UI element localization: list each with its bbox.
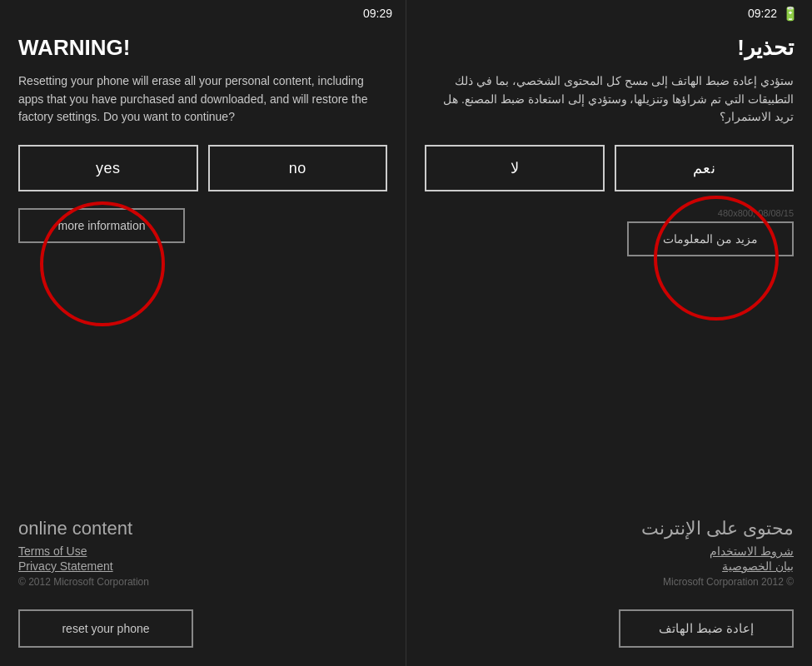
reset-button-left[interactable]: reset your phone [18, 609, 193, 648]
online-section-left: online content Terms of Use Privacy Stat… [0, 518, 406, 596]
panel-left: 09:29 WARNING! Resetting your phone will… [0, 0, 406, 666]
content-area-right: تحذير! ستؤدي إعادة ضبط الهاتف إلى مسح كل… [406, 27, 812, 518]
no-button-right[interactable]: لا [425, 145, 605, 191]
privacy-link-right[interactable]: بيان الخصوصية [425, 559, 794, 573]
content-area-left: WARNING! Resetting your phone will erase… [0, 27, 406, 518]
status-bar-right: 09:22 🔋 [406, 0, 812, 27]
yes-button-left[interactable]: yes [18, 145, 198, 191]
copyright-right: © 2012 Microsoft Corporation [425, 576, 794, 588]
terms-link-right[interactable]: شروط الاستخدام [425, 544, 794, 558]
status-bar-left: 09:29 [0, 0, 406, 27]
reset-area-left: reset your phone [0, 596, 406, 666]
warning-body-right: ستؤدي إعادة ضبط الهاتف إلى مسح كل المحتو… [425, 72, 794, 127]
time-right: 09:22 [748, 7, 777, 20]
copyright-left: © 2012 Microsoft Corporation [18, 576, 387, 588]
online-section-right: محتوى على الإنترنت شروط الاستخدام بيان ا… [406, 518, 812, 596]
action-buttons-left: yes no [18, 145, 387, 191]
warning-body-left: Resetting your phone will erase all your… [18, 72, 387, 127]
action-buttons-right: نعم لا [425, 145, 794, 191]
warning-title-right: تحذير! [425, 35, 794, 61]
terms-link-left[interactable]: Terms of Use [18, 544, 387, 558]
reset-button-right[interactable]: إعادة ضبط الهاتف [619, 609, 794, 648]
pixel-size-text: 480x800; 08/08/15 [425, 208, 794, 218]
privacy-link-left[interactable]: Privacy Statement [18, 559, 387, 573]
warning-title-left: WARNING! [18, 35, 387, 61]
battery-icon: 🔋 [782, 6, 799, 22]
status-bar-right-icons: 09:22 🔋 [748, 6, 799, 22]
reset-area-right: إعادة ضبط الهاتف [406, 596, 812, 666]
more-info-button-right[interactable]: مزيد من المعلومات [627, 221, 794, 256]
yes-button-right[interactable]: نعم [615, 145, 795, 191]
panel-right: 09:22 🔋 تحذير! ستؤدي إعادة ضبط الهاتف إل… [406, 0, 812, 666]
online-title-right: محتوى على الإنترنت [425, 518, 794, 539]
more-info-button-left[interactable]: more information [18, 208, 185, 243]
online-title-left: online content [18, 518, 387, 539]
spacer-right [425, 256, 794, 504]
time-left: 09:29 [363, 7, 392, 20]
spacer-left [18, 243, 387, 504]
no-button-left[interactable]: no [208, 145, 388, 191]
